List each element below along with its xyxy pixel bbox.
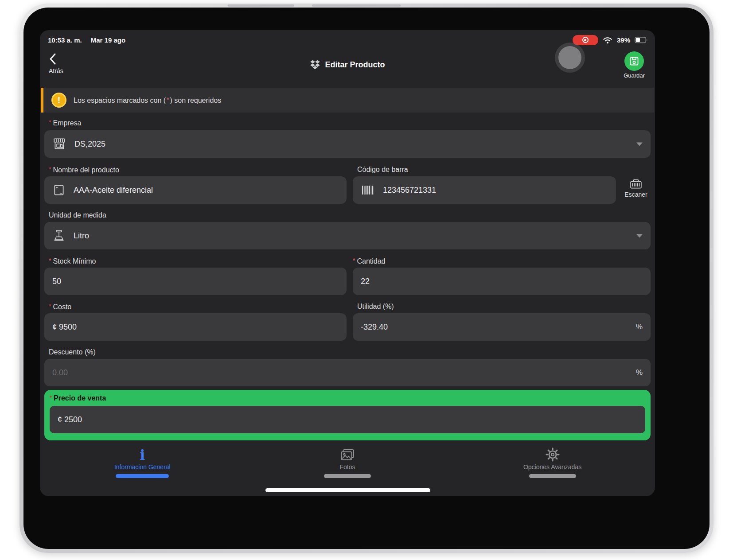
cantidad-input[interactable]: 22 [353,268,651,295]
scanner-icon [630,179,642,190]
unidad-label: Unidad de medida [49,211,106,219]
unidad-select[interactable]: Litro [44,222,651,249]
codigo-value: 123456721331 [383,186,436,195]
tab-label: Fotos [339,463,355,471]
utilidad-value: -329.40 [361,323,388,332]
gear-icon [546,447,560,462]
percent-suffix: % [636,323,643,331]
nombre-label: *Nombre del producto [49,166,119,174]
tab-label: Informacion General [114,463,171,471]
package-icon [52,183,66,197]
precio-label: *Precio de venta [50,394,645,402]
cantidad-label: *Cantidad [353,257,386,265]
required-asterisk: * [50,394,52,401]
unidad-value: Litro [74,231,89,241]
precio-value: ¢ 2500 [58,415,82,424]
required-asterisk: * [49,257,51,264]
screenshot-stage: 10:53 a. m. Mar 19 ago 39% [0,0,733,560]
tab-label: Opciones Avanzadas [523,463,581,471]
tab-opciones-avanzadas[interactable]: Opciones Avanzadas [450,446,655,481]
chevron-down-icon [636,142,643,146]
descuento-placeholder: 0.00 [52,368,68,377]
photos-icon [340,448,355,462]
stock-label: *Stock Mínimo [49,257,96,265]
bottom-tab-bar: i Informacion General Fotos [40,446,655,481]
tab-fotos[interactable]: Fotos [245,446,450,481]
scan-label: Escaner [624,191,647,198]
home-indicator[interactable] [265,488,430,492]
stock-input[interactable]: 50 [44,268,347,295]
chevron-down-icon [636,234,643,238]
scale-icon [52,229,66,242]
barcode-icon [361,185,375,195]
required-asterisk: * [49,166,51,173]
percent-suffix: % [636,368,643,377]
costo-value: ¢ 9500 [52,323,77,332]
tab-informacion-general[interactable]: i Informacion General [40,446,245,481]
tab-indicator [529,474,576,478]
nombre-value: AAA-Aceite diferencial [74,186,153,195]
costo-input[interactable]: ¢ 9500 [44,313,347,341]
utilidad-input[interactable]: -329.40 % [353,313,651,341]
tab-indicator [324,474,371,478]
scan-barcode-button[interactable]: Escaner [620,179,651,198]
top-button [312,4,401,7]
costo-label: *Costo [49,303,71,311]
store-icon [52,137,66,151]
descuento-label: Descuento (%) [49,348,96,356]
descuento-input[interactable]: 0.00 % [44,359,651,386]
form-content: *Empresa DS,2025 [44,30,651,496]
nombre-input[interactable]: AAA-Aceite diferencial [44,176,347,204]
empresa-label: *Empresa [49,119,81,127]
required-asterisk: * [353,257,355,264]
utilidad-label: Utilidad (%) [357,303,394,311]
codigo-label: Código de barra [357,166,408,174]
empresa-select[interactable]: DS,2025 [44,130,651,158]
required-asterisk: * [49,119,51,126]
app-screen: 10:53 a. m. Mar 19 ago 39% [40,30,655,496]
stock-value: 50 [52,277,61,286]
top-button [228,4,294,7]
cantidad-value: 22 [361,277,370,286]
info-icon: i [140,448,145,462]
precio-venta-card: *Precio de venta ¢ 2500 [44,390,651,440]
codigo-input[interactable]: 123456721331 [353,176,616,204]
tab-indicator [116,474,169,478]
required-asterisk: * [49,303,51,310]
precio-input[interactable]: ¢ 2500 [50,406,645,433]
empresa-value: DS,2025 [74,140,105,149]
